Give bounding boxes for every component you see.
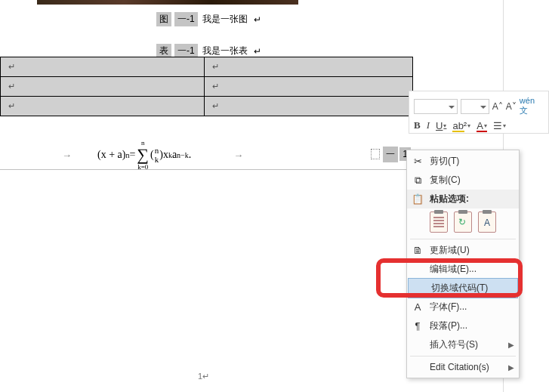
context-menu: ✂ 剪切(T) ⧉ 复制(C) 📋 粘贴选项: 🗎 更新域(U) 编辑域(E).… [406, 150, 520, 378]
data-table[interactable]: ↵↵ ↵↵ ↵↵ [0, 57, 413, 116]
table-cell[interactable]: ↵ [205, 97, 413, 116]
mini-toolbar: A˄ A˅ wén 文 B I U▾ ab²▾ A▾ ☰▾ [409, 91, 549, 134]
font-color-button[interactable]: A▾ [477, 120, 487, 131]
blank-icon [412, 339, 424, 351]
separator [410, 239, 516, 239]
tab-arrow-icon: → [62, 150, 72, 161]
table-cell[interactable]: ↵ [205, 77, 413, 97]
table-cell[interactable]: ↵ [205, 57, 413, 77]
table-cell[interactable]: ↵ [1, 57, 205, 77]
table-cell[interactable]: ↵ [1, 97, 205, 116]
cut-icon: ✂ [412, 156, 424, 168]
blank-icon [413, 282, 425, 295]
menu-edit-field[interactable]: 编辑域(E)... [407, 260, 519, 279]
eq-sum: n ∑ k=0 [135, 139, 150, 171]
menu-edit-citation[interactable]: Edit Citation(s) ▶ [407, 358, 519, 376]
italic-button[interactable]: I [427, 119, 430, 131]
paste-text-only-button[interactable] [478, 211, 496, 233]
equation-line: → (x + a)n = n ∑ k=0 (nk) xk an−k. → 一 1 [0, 144, 412, 166]
eq-binom: nk [155, 146, 159, 164]
menu-cut[interactable]: ✂ 剪切(T) [407, 152, 519, 171]
grow-font-button[interactable]: A˄ [492, 101, 503, 112]
image-content [37, 0, 298, 5]
paste-keep-source-button[interactable] [430, 211, 448, 233]
menu-insert-symbol[interactable]: 插入符号(S) ▶ [407, 335, 519, 354]
table-row: ↵↵ [1, 97, 413, 116]
copy-icon: ⧉ [412, 174, 424, 187]
blank-icon [412, 264, 424, 276]
font-icon: A [412, 301, 424, 313]
submenu-arrow-icon: ▶ [508, 341, 514, 349]
figure-caption: 图 一-1 我是一张图 ↵ [156, 12, 263, 26]
underline-button[interactable]: U▾ [436, 120, 446, 131]
paste-options-row [407, 208, 519, 237]
bullets-button[interactable]: ☰▾ [493, 120, 506, 131]
bold-button[interactable]: B [414, 119, 421, 131]
pinyin-guide-button[interactable]: wén 文 [520, 96, 545, 116]
highlight-button[interactable]: ab²▾ [452, 120, 470, 131]
caption-text: 我是一张图 [201, 12, 249, 26]
submenu-arrow-icon: ▶ [508, 363, 514, 372]
menu-toggle-field-code[interactable]: 切换域代码(T) [408, 278, 518, 298]
equation[interactable]: (x + a)n = n ∑ k=0 (nk) xk an−k. [97, 139, 191, 171]
caption-prefix: 图 [156, 12, 171, 26]
shrink-font-button[interactable]: A˅ [506, 101, 517, 112]
menu-paragraph[interactable]: ¶ 段落(P)... [407, 316, 519, 335]
font-size-combo[interactable] [461, 99, 489, 114]
eq-num-dash: 一 [383, 147, 398, 162]
para-mark: ↵ [252, 45, 263, 57]
separator [410, 356, 516, 357]
tab-arrow-icon: → [233, 150, 243, 161]
paragraph-icon: ¶ [412, 320, 424, 332]
update-field-icon: 🗎 [412, 245, 424, 257]
page-number: 1↵ [198, 372, 209, 381]
eq-equals: = [129, 149, 135, 161]
menu-copy[interactable]: ⧉ 复制(C) [407, 171, 519, 190]
menu-update-field[interactable]: 🗎 更新域(U) [407, 241, 519, 260]
menu-font[interactable]: A 字体(F)... [407, 298, 519, 316]
table-cell[interactable]: ↵ [1, 77, 205, 97]
table-row: ↵↵ [1, 57, 413, 77]
field-placeholder-icon [371, 149, 380, 159]
paste-icon: 📋 [412, 193, 424, 205]
font-name-combo[interactable] [414, 99, 458, 114]
menu-paste-options-header: 📋 粘贴选项: [407, 190, 519, 208]
caption-number: 一-1 [174, 12, 198, 26]
eq-lhs: (x + a) [97, 149, 125, 161]
paste-merge-button[interactable] [454, 211, 472, 233]
table-row: ↵↵ [1, 77, 413, 97]
para-mark: ↵ [252, 14, 263, 26]
blank-icon [412, 361, 424, 373]
